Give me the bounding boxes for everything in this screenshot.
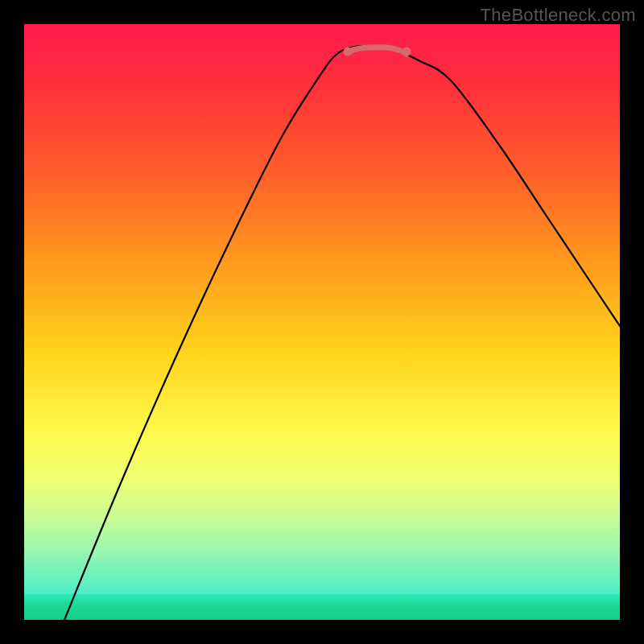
chart-frame <box>24 24 620 620</box>
flat-start-marker <box>344 47 353 56</box>
curve-path <box>64 46 620 620</box>
flat-segment-path <box>348 47 407 54</box>
bottleneck-curve <box>24 24 620 620</box>
watermark-text: TheBottleneck.com <box>481 5 636 26</box>
flat-end-marker <box>402 47 411 56</box>
